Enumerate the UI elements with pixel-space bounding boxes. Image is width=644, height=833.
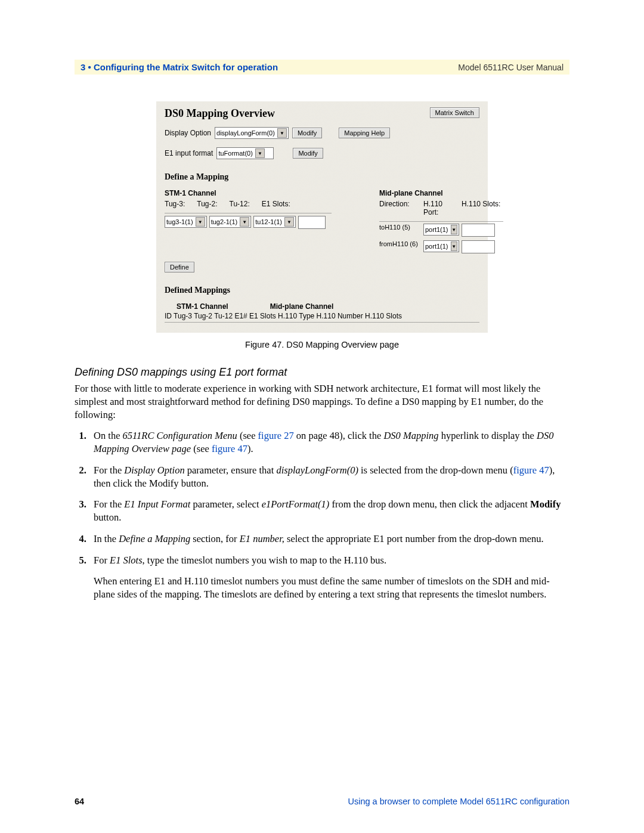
e1-input-format-select[interactable]: tuFormat(0) ▼	[216, 147, 274, 159]
chevron-down-icon: ▼	[240, 217, 249, 227]
page: 3 • Configuring the Matrix Switch for op…	[0, 0, 644, 833]
chevron-down-icon: ▼	[277, 128, 287, 138]
chevron-down-icon: ▼	[255, 148, 265, 158]
step-3: For the E1 Input Format parameter, selec…	[89, 498, 569, 524]
e1-slots-input[interactable]	[298, 216, 326, 229]
chevron-down-icon: ▼	[284, 217, 294, 227]
define-button[interactable]: Define	[165, 262, 194, 272]
step-1: On the 6511RC Configuration Menu (see fi…	[89, 429, 569, 456]
e1-input-format-label: E1 input format	[165, 149, 213, 157]
figure-caption: Figure 47. DS0 Mapping Overview page	[75, 340, 569, 349]
midplane-channel-heading: Mid-plane Channel	[379, 189, 503, 197]
tu12-select[interactable]: tu12-1(1)▼	[253, 216, 296, 228]
display-option-label: Display Option	[165, 129, 211, 137]
tug3-select[interactable]: tug3-1(1)▼	[165, 216, 207, 228]
step-5: For E1 Slots, type the timeslot numbers …	[89, 554, 569, 601]
to-port-select[interactable]: port1(1)▼	[423, 224, 459, 236]
h110-slots-label: H.110 Slots:	[462, 200, 503, 216]
figure-47-link-b[interactable]: figure 47	[513, 465, 549, 476]
direction-label: Direction:	[379, 200, 421, 216]
chevron-down-icon: ▼	[451, 241, 457, 251]
e1-input-modify-button[interactable]: Modify	[293, 148, 323, 159]
define-mapping-heading: Define a Mapping	[165, 172, 479, 182]
step-5-subtext: When entering E1 and H.110 timeslot numb…	[94, 575, 569, 601]
footer-section-title: Using a browser to complete Model 6511RC…	[348, 797, 569, 806]
tug2-label: Tug-2:	[197, 200, 217, 208]
page-number: 64	[75, 797, 84, 806]
subsection-title: Defining DS0 mappings using E1 port form…	[75, 366, 569, 379]
display-option-modify-button[interactable]: Modify	[292, 128, 322, 138]
stm1-channel-heading: STM-1 Channel	[165, 189, 332, 197]
defined-mappings-heading: Defined Mappings	[165, 286, 479, 295]
tug3-label: Tug-3:	[165, 200, 185, 208]
defmap-stm1-heading: STM-1 Channel	[177, 302, 228, 311]
ds0-mapping-screenshot: DS0 Mapping Overview Matrix Switch Displ…	[156, 101, 488, 333]
screenshot-figure: DS0 Mapping Overview Matrix Switch Displ…	[156, 101, 488, 333]
from-slots-input[interactable]	[462, 240, 495, 253]
mapping-help-button[interactable]: Mapping Help	[339, 128, 390, 138]
chapter-title: 3 • Configuring the Matrix Switch for op…	[80, 62, 278, 72]
step-4: In the Define a Mapping section, for E1 …	[89, 532, 569, 546]
screenshot-title: DS0 Mapping Overview	[165, 107, 275, 120]
h110-port-label: H.110 Port:	[423, 200, 459, 216]
chevron-down-icon: ▼	[451, 225, 457, 234]
matrix-switch-button[interactable]: Matrix Switch	[430, 107, 479, 118]
from-port-select[interactable]: port1(1)▼	[423, 240, 459, 252]
step-2: For the Display Option parameter, ensure…	[89, 464, 569, 490]
intro-paragraph: For those with little to moderate experi…	[75, 382, 569, 421]
direction-to-value: toH110 (5)	[379, 224, 421, 231]
chevron-down-icon: ▼	[196, 217, 205, 227]
document-title: Model 6511RC User Manual	[458, 63, 564, 72]
defmap-column-row: ID Tug-3 Tug-2 Tu-12 E1# E1 Slots H.110 …	[165, 312, 479, 320]
direction-from-value: fromH110 (6)	[379, 240, 421, 247]
chapter-header-bar: 3 • Configuring the Matrix Switch for op…	[75, 60, 569, 75]
defmap-midplane-heading: Mid-plane Channel	[270, 302, 334, 311]
to-slots-input[interactable]	[462, 224, 495, 237]
tug2-select[interactable]: tug2-1(1)▼	[209, 216, 252, 228]
tu12-label: Tu-12:	[230, 200, 250, 208]
display-option-select[interactable]: displayLongForm(0) ▼	[215, 127, 289, 139]
steps-list: On the 6511RC Configuration Menu (see fi…	[75, 429, 569, 601]
figure-27-link[interactable]: figure 27	[258, 430, 294, 441]
figure-47-link[interactable]: figure 47	[212, 443, 247, 454]
e1slots-label: E1 Slots:	[262, 200, 290, 208]
page-footer: 64 Using a browser to complete Model 651…	[75, 797, 569, 806]
